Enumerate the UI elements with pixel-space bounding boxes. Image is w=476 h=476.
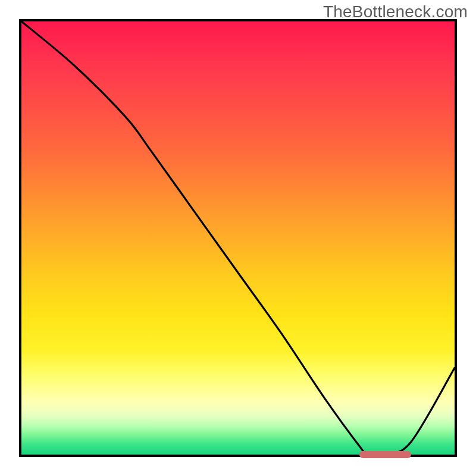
chart-container: TheBottleneck.com	[0, 0, 476, 476]
watermark-text: TheBottleneck.com	[323, 2, 468, 21]
optimal-range-marker	[359, 451, 411, 458]
curve-path	[21, 21, 455, 455]
bottleneck-curve	[21, 21, 455, 455]
plot-area	[19, 19, 457, 457]
